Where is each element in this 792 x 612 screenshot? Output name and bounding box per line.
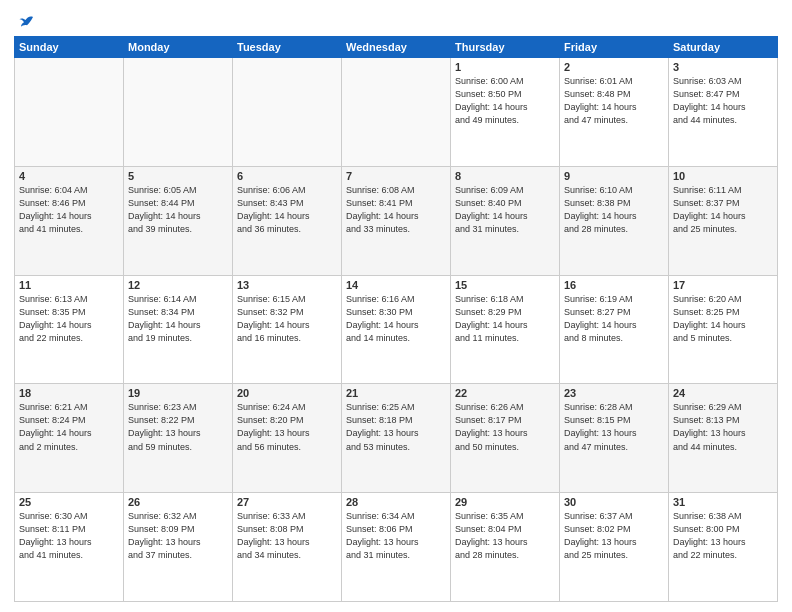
day-detail: Sunrise: 6:01 AMSunset: 8:48 PMDaylight:… xyxy=(564,75,664,127)
day-number: 20 xyxy=(237,387,337,399)
day-detail: Sunrise: 6:15 AMSunset: 8:32 PMDaylight:… xyxy=(237,293,337,345)
day-detail: Sunrise: 6:19 AMSunset: 8:27 PMDaylight:… xyxy=(564,293,664,345)
calendar-week-row: 11Sunrise: 6:13 AMSunset: 8:35 PMDayligh… xyxy=(15,275,778,384)
day-detail: Sunrise: 6:26 AMSunset: 8:17 PMDaylight:… xyxy=(455,401,555,453)
calendar-table: SundayMondayTuesdayWednesdayThursdayFrid… xyxy=(14,36,778,602)
calendar-col-sunday: Sunday xyxy=(15,37,124,58)
calendar-cell: 28Sunrise: 6:34 AMSunset: 8:06 PMDayligh… xyxy=(342,493,451,602)
calendar-week-row: 1Sunrise: 6:00 AMSunset: 8:50 PMDaylight… xyxy=(15,58,778,167)
day-number: 7 xyxy=(346,170,446,182)
day-number: 6 xyxy=(237,170,337,182)
header xyxy=(14,10,778,30)
calendar-week-row: 4Sunrise: 6:04 AMSunset: 8:46 PMDaylight… xyxy=(15,166,778,275)
calendar-cell: 8Sunrise: 6:09 AMSunset: 8:40 PMDaylight… xyxy=(451,166,560,275)
day-detail: Sunrise: 6:24 AMSunset: 8:20 PMDaylight:… xyxy=(237,401,337,453)
day-detail: Sunrise: 6:05 AMSunset: 8:44 PMDaylight:… xyxy=(128,184,228,236)
logo-bird-icon xyxy=(18,14,36,32)
day-number: 16 xyxy=(564,279,664,291)
calendar-cell: 22Sunrise: 6:26 AMSunset: 8:17 PMDayligh… xyxy=(451,384,560,493)
calendar-cell: 7Sunrise: 6:08 AMSunset: 8:41 PMDaylight… xyxy=(342,166,451,275)
day-number: 21 xyxy=(346,387,446,399)
day-detail: Sunrise: 6:14 AMSunset: 8:34 PMDaylight:… xyxy=(128,293,228,345)
day-detail: Sunrise: 6:08 AMSunset: 8:41 PMDaylight:… xyxy=(346,184,446,236)
calendar-col-wednesday: Wednesday xyxy=(342,37,451,58)
day-detail: Sunrise: 6:20 AMSunset: 8:25 PMDaylight:… xyxy=(673,293,773,345)
calendar-cell: 10Sunrise: 6:11 AMSunset: 8:37 PMDayligh… xyxy=(669,166,778,275)
day-number: 14 xyxy=(346,279,446,291)
day-number: 5 xyxy=(128,170,228,182)
day-detail: Sunrise: 6:11 AMSunset: 8:37 PMDaylight:… xyxy=(673,184,773,236)
calendar-cell: 9Sunrise: 6:10 AMSunset: 8:38 PMDaylight… xyxy=(560,166,669,275)
day-number: 12 xyxy=(128,279,228,291)
calendar-col-tuesday: Tuesday xyxy=(233,37,342,58)
day-detail: Sunrise: 6:09 AMSunset: 8:40 PMDaylight:… xyxy=(455,184,555,236)
calendar-col-friday: Friday xyxy=(560,37,669,58)
calendar-cell: 15Sunrise: 6:18 AMSunset: 8:29 PMDayligh… xyxy=(451,275,560,384)
day-number: 24 xyxy=(673,387,773,399)
calendar-cell: 18Sunrise: 6:21 AMSunset: 8:24 PMDayligh… xyxy=(15,384,124,493)
day-number: 31 xyxy=(673,496,773,508)
calendar-cell: 25Sunrise: 6:30 AMSunset: 8:11 PMDayligh… xyxy=(15,493,124,602)
calendar-col-thursday: Thursday xyxy=(451,37,560,58)
calendar-cell: 31Sunrise: 6:38 AMSunset: 8:00 PMDayligh… xyxy=(669,493,778,602)
day-detail: Sunrise: 6:25 AMSunset: 8:18 PMDaylight:… xyxy=(346,401,446,453)
calendar-col-monday: Monday xyxy=(124,37,233,58)
day-detail: Sunrise: 6:03 AMSunset: 8:47 PMDaylight:… xyxy=(673,75,773,127)
day-number: 2 xyxy=(564,61,664,73)
day-number: 23 xyxy=(564,387,664,399)
day-detail: Sunrise: 6:33 AMSunset: 8:08 PMDaylight:… xyxy=(237,510,337,562)
day-detail: Sunrise: 6:13 AMSunset: 8:35 PMDaylight:… xyxy=(19,293,119,345)
calendar-week-row: 25Sunrise: 6:30 AMSunset: 8:11 PMDayligh… xyxy=(15,493,778,602)
calendar-cell: 3Sunrise: 6:03 AMSunset: 8:47 PMDaylight… xyxy=(669,58,778,167)
day-detail: Sunrise: 6:06 AMSunset: 8:43 PMDaylight:… xyxy=(237,184,337,236)
day-detail: Sunrise: 6:16 AMSunset: 8:30 PMDaylight:… xyxy=(346,293,446,345)
calendar-cell: 13Sunrise: 6:15 AMSunset: 8:32 PMDayligh… xyxy=(233,275,342,384)
day-detail: Sunrise: 6:37 AMSunset: 8:02 PMDaylight:… xyxy=(564,510,664,562)
day-number: 13 xyxy=(237,279,337,291)
calendar-cell: 12Sunrise: 6:14 AMSunset: 8:34 PMDayligh… xyxy=(124,275,233,384)
calendar-cell xyxy=(233,58,342,167)
calendar-cell: 17Sunrise: 6:20 AMSunset: 8:25 PMDayligh… xyxy=(669,275,778,384)
day-number: 17 xyxy=(673,279,773,291)
day-number: 15 xyxy=(455,279,555,291)
calendar-header-row: SundayMondayTuesdayWednesdayThursdayFrid… xyxy=(15,37,778,58)
day-number: 3 xyxy=(673,61,773,73)
page: SundayMondayTuesdayWednesdayThursdayFrid… xyxy=(0,0,792,612)
calendar-cell: 11Sunrise: 6:13 AMSunset: 8:35 PMDayligh… xyxy=(15,275,124,384)
day-detail: Sunrise: 6:28 AMSunset: 8:15 PMDaylight:… xyxy=(564,401,664,453)
calendar-cell: 20Sunrise: 6:24 AMSunset: 8:20 PMDayligh… xyxy=(233,384,342,493)
day-detail: Sunrise: 6:32 AMSunset: 8:09 PMDaylight:… xyxy=(128,510,228,562)
day-number: 22 xyxy=(455,387,555,399)
day-detail: Sunrise: 6:04 AMSunset: 8:46 PMDaylight:… xyxy=(19,184,119,236)
calendar-cell: 26Sunrise: 6:32 AMSunset: 8:09 PMDayligh… xyxy=(124,493,233,602)
day-number: 4 xyxy=(19,170,119,182)
calendar-cell: 24Sunrise: 6:29 AMSunset: 8:13 PMDayligh… xyxy=(669,384,778,493)
calendar-cell: 5Sunrise: 6:05 AMSunset: 8:44 PMDaylight… xyxy=(124,166,233,275)
calendar-cell: 4Sunrise: 6:04 AMSunset: 8:46 PMDaylight… xyxy=(15,166,124,275)
calendar-cell: 6Sunrise: 6:06 AMSunset: 8:43 PMDaylight… xyxy=(233,166,342,275)
calendar-cell xyxy=(15,58,124,167)
calendar-cell: 2Sunrise: 6:01 AMSunset: 8:48 PMDaylight… xyxy=(560,58,669,167)
day-number: 30 xyxy=(564,496,664,508)
day-detail: Sunrise: 6:38 AMSunset: 8:00 PMDaylight:… xyxy=(673,510,773,562)
day-detail: Sunrise: 6:18 AMSunset: 8:29 PMDaylight:… xyxy=(455,293,555,345)
day-number: 8 xyxy=(455,170,555,182)
day-detail: Sunrise: 6:21 AMSunset: 8:24 PMDaylight:… xyxy=(19,401,119,453)
day-number: 28 xyxy=(346,496,446,508)
calendar-cell xyxy=(342,58,451,167)
day-detail: Sunrise: 6:23 AMSunset: 8:22 PMDaylight:… xyxy=(128,401,228,453)
calendar-cell: 14Sunrise: 6:16 AMSunset: 8:30 PMDayligh… xyxy=(342,275,451,384)
day-detail: Sunrise: 6:30 AMSunset: 8:11 PMDaylight:… xyxy=(19,510,119,562)
day-number: 26 xyxy=(128,496,228,508)
day-detail: Sunrise: 6:35 AMSunset: 8:04 PMDaylight:… xyxy=(455,510,555,562)
day-number: 11 xyxy=(19,279,119,291)
day-number: 25 xyxy=(19,496,119,508)
calendar-cell: 19Sunrise: 6:23 AMSunset: 8:22 PMDayligh… xyxy=(124,384,233,493)
logo xyxy=(14,14,36,30)
day-number: 29 xyxy=(455,496,555,508)
day-number: 9 xyxy=(564,170,664,182)
calendar-week-row: 18Sunrise: 6:21 AMSunset: 8:24 PMDayligh… xyxy=(15,384,778,493)
calendar-cell: 21Sunrise: 6:25 AMSunset: 8:18 PMDayligh… xyxy=(342,384,451,493)
day-detail: Sunrise: 6:29 AMSunset: 8:13 PMDaylight:… xyxy=(673,401,773,453)
calendar-cell: 1Sunrise: 6:00 AMSunset: 8:50 PMDaylight… xyxy=(451,58,560,167)
